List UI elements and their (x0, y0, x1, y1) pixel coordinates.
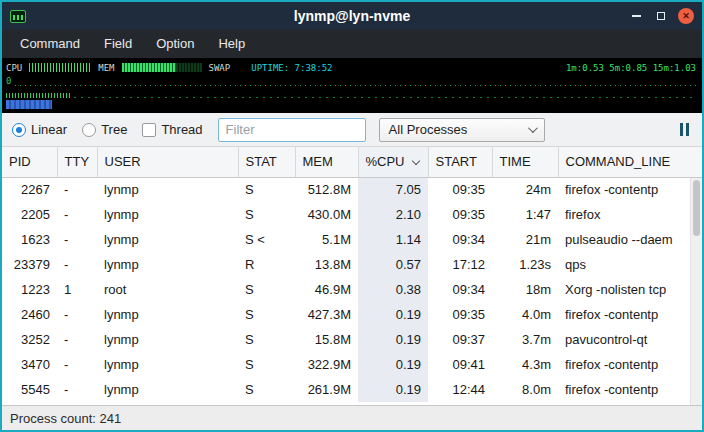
menu-command[interactable]: Command (8, 30, 92, 58)
restore-button[interactable] (653, 8, 669, 24)
cell-user: lynmp (97, 352, 238, 377)
cell-user: lynmp (97, 227, 238, 252)
thread-checkbox[interactable] (142, 123, 156, 137)
column-header-start[interactable]: START (428, 147, 492, 177)
column-header-command-line[interactable]: COMMAND_LINE (558, 147, 702, 177)
scope-selected-value: All Processes (389, 122, 468, 137)
cell-tty: - (57, 227, 97, 252)
table-row[interactable]: 1623-lynmpS <5.1M1.1409:3421mpulseaudio … (2, 227, 702, 252)
cell-cpu: 1.14 (358, 227, 428, 252)
cell-start: 12:44 (428, 377, 492, 402)
cell-user: lynmp (97, 327, 238, 352)
cell-command-line: firefox -contentp (558, 302, 702, 327)
cell-stat: S (238, 277, 295, 302)
cell-start: 09:41 (428, 352, 492, 377)
table-row[interactable]: 3470-lynmpS322.9M0.1909:414.3mfirefox -c… (2, 352, 702, 377)
mem-label: MEM (98, 63, 114, 73)
cell-stat: S (238, 377, 295, 402)
cell-user: lynmp (97, 377, 238, 402)
column-header-pid[interactable]: PID (2, 147, 57, 177)
cell-cpu: 0.19 (358, 302, 428, 327)
cell-start: 09:34 (428, 277, 492, 302)
cell-mem: 427.3M (295, 302, 358, 327)
pause-button[interactable] (677, 119, 692, 140)
cell-cpu: 0.38 (358, 277, 428, 302)
monitor-selection[interactable] (6, 100, 52, 109)
column-label: TIME (500, 154, 531, 169)
titlebar[interactable]: lynmp@lyn-nvme ✕ (2, 2, 702, 30)
pause-icon (680, 123, 683, 136)
process-count-text: Process count: 241 (10, 411, 121, 426)
cpu-history-graph (15, 76, 696, 86)
cell-tty: - (57, 252, 97, 277)
cell-time: 3.7m (492, 327, 558, 352)
cell-pid: 23379 (2, 252, 57, 277)
load-average-text: 1m:0.53 5m:0.85 15m:1.03 (566, 63, 696, 73)
swap-label: SWAP (209, 63, 231, 73)
cell-stat: S (238, 177, 295, 202)
vertical-scrollbar[interactable] (690, 178, 702, 405)
cell-cpu: 0.19 (358, 327, 428, 352)
cell-pid: 3252 (2, 327, 57, 352)
cell-command-line: firefox -contentp (558, 377, 702, 402)
cell-tty: - (57, 202, 97, 227)
cpu-waveform (6, 93, 70, 98)
thread-option[interactable]: Thread (142, 122, 202, 137)
close-button[interactable]: ✕ (678, 8, 694, 24)
column-header-tty[interactable]: TTY (57, 147, 97, 177)
process-scope-select[interactable]: All Processes (379, 118, 545, 142)
menu-field[interactable]: Field (92, 30, 144, 58)
table-row[interactable]: 12231rootS46.9M0.3809:3418mXorg -noliste… (2, 277, 702, 302)
linear-radio[interactable] (12, 123, 26, 137)
column-label: USER (105, 154, 141, 169)
cell-start: 09:37 (428, 327, 492, 352)
cell-start: 09:35 (428, 177, 492, 202)
cell-tty: - (57, 327, 97, 352)
cell-cpu: 0.19 (358, 352, 428, 377)
column-header-cpu[interactable]: %CPU (358, 147, 428, 177)
view-linear-option[interactable]: Linear (12, 122, 67, 137)
cell-command-line: Xorg -nolisten tcp (558, 277, 702, 302)
column-header-time[interactable]: TIME (492, 147, 558, 177)
table-row[interactable]: 23379-lynmpR13.8M0.5717:121.23sqps (2, 252, 702, 277)
cell-mem: 261.9M (295, 377, 358, 402)
table-row[interactable]: 3252-lynmpS15.8M0.1909:373.7mpavucontrol… (2, 327, 702, 352)
scrollbar-thumb[interactable] (693, 180, 700, 236)
cell-user: lynmp (97, 302, 238, 327)
cell-start: 17:12 (428, 252, 492, 277)
cell-pid: 5545 (2, 377, 57, 402)
close-icon: ✕ (682, 12, 690, 21)
restore-icon (657, 12, 665, 20)
minimize-button[interactable] (628, 8, 644, 24)
menu-option[interactable]: Option (144, 30, 206, 58)
cell-stat: S < (238, 227, 295, 252)
cell-start: 09:35 (428, 202, 492, 227)
chevron-down-icon (528, 123, 538, 133)
view-tree-option[interactable]: Tree (82, 122, 127, 137)
cell-stat: R (238, 252, 295, 277)
statusbar: Process count: 241 (2, 405, 702, 430)
column-header-user[interactable]: USER (97, 147, 238, 177)
cpu-meter (29, 63, 91, 72)
menu-help[interactable]: Help (206, 30, 257, 58)
table-row[interactable]: 2460-lynmpS427.3M0.1909:354.0mfirefox -c… (2, 302, 702, 327)
cell-mem: 430.0M (295, 202, 358, 227)
filter-input[interactable] (218, 118, 366, 142)
table-row[interactable]: 5545-lynmpS261.9M0.1912:448.0mfirefox -c… (2, 377, 702, 402)
window-title: lynmp@lyn-nvme (2, 8, 702, 24)
cell-tty: - (57, 302, 97, 327)
cell-tty: - (57, 352, 97, 377)
tree-radio[interactable] (82, 123, 96, 137)
column-header-stat[interactable]: STAT (238, 147, 295, 177)
cell-pid: 2460 (2, 302, 57, 327)
column-label: %CPU (366, 154, 405, 169)
cell-user: lynmp (97, 177, 238, 202)
column-header-mem[interactable]: MEM (295, 147, 358, 177)
table-row[interactable]: 2267-lynmpS512.8M7.0509:3524mfirefox -co… (2, 177, 702, 202)
table-row[interactable]: 2205-lynmpS430.0M2.1009:351:47firefox (2, 202, 702, 227)
cell-command-line: qps (558, 252, 702, 277)
process-table: PIDTTYUSERSTATMEM%CPUSTARTTIMECOMMAND_LI… (2, 147, 702, 405)
cell-user: root (97, 277, 238, 302)
cell-cpu: 0.57 (358, 252, 428, 277)
column-label: PID (9, 154, 31, 169)
